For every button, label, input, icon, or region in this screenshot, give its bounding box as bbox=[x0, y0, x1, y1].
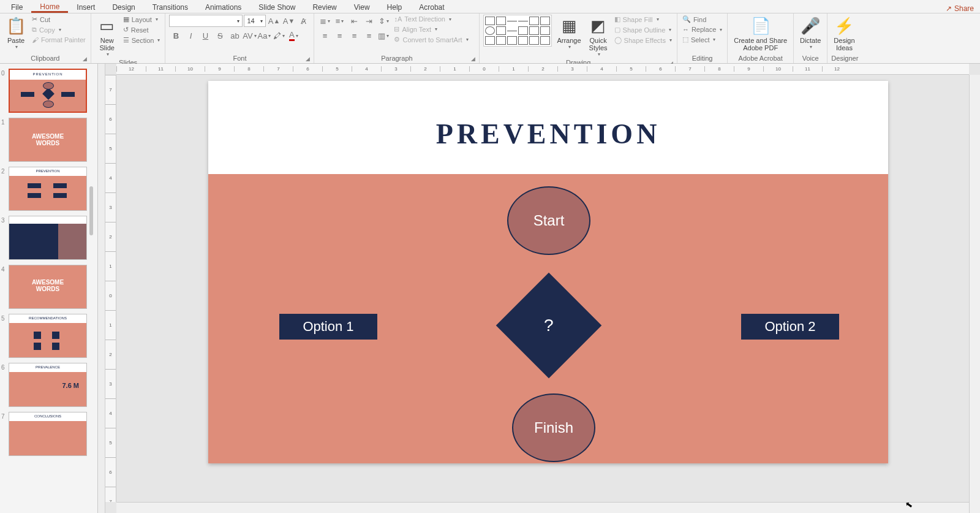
group-designer: ⚡Design Ideas Designer bbox=[827, 13, 862, 63]
tab-help[interactable]: Help bbox=[379, 2, 411, 13]
new-slide-button[interactable]: ▭ New Slide bbox=[95, 15, 119, 58]
dictate-button[interactable]: 🎤Dictate bbox=[797, 15, 823, 51]
clipboard-launcher[interactable]: ◢ bbox=[83, 56, 87, 62]
design-ideas-button[interactable]: ⚡Design Ideas bbox=[831, 15, 857, 53]
select-icon: ⬚ bbox=[682, 36, 688, 44]
smartart-icon: ⚙ bbox=[394, 36, 400, 44]
align-center-button[interactable]: ≡ bbox=[333, 29, 346, 42]
highlight-button[interactable]: 🖍 bbox=[272, 29, 285, 42]
slide-canvas[interactable]: PREVENTION Start Finish Option 1 Option … bbox=[208, 81, 888, 463]
tab-insert[interactable]: Insert bbox=[68, 2, 104, 13]
reset-button[interactable]: ↺Reset bbox=[122, 25, 162, 34]
columns-button[interactable]: ▥ bbox=[377, 29, 390, 42]
bullets-button[interactable]: ≣ bbox=[318, 15, 331, 27]
tab-home[interactable]: Home bbox=[31, 1, 68, 13]
align-right-button[interactable]: ≡ bbox=[347, 29, 361, 42]
line-spacing-button[interactable]: ⇕ bbox=[377, 15, 390, 27]
share-button[interactable]: ↗Share bbox=[946, 4, 974, 13]
font-launcher[interactable]: ◢ bbox=[306, 56, 310, 62]
arrange-button[interactable]: ▦Arrange bbox=[554, 15, 583, 51]
shape-effects-button[interactable]: ◯Shape Effects bbox=[613, 36, 673, 45]
slide-thumb-5[interactable]: RECOMMENDATIONS bbox=[9, 314, 87, 358]
paragraph-launcher[interactable]: ◢ bbox=[471, 56, 475, 62]
tab-design[interactable]: Design bbox=[104, 2, 143, 13]
reset-icon: ↺ bbox=[123, 26, 129, 34]
copy-button[interactable]: ⧉Copy bbox=[31, 25, 87, 34]
bold-button[interactable]: B bbox=[169, 29, 183, 42]
slide-title[interactable]: PREVENTION bbox=[208, 118, 888, 150]
char-spacing-button[interactable]: AV bbox=[243, 29, 256, 42]
tab-slideshow[interactable]: Slide Show bbox=[250, 2, 304, 13]
shape-outline-button[interactable]: ▢Shape Outline bbox=[613, 25, 673, 34]
numbering-button[interactable]: ≡ bbox=[333, 15, 346, 27]
slide-thumb-6[interactable]: PREVALENCE 7.6 M bbox=[9, 363, 87, 407]
decrease-indent-button[interactable]: ⇤ bbox=[347, 15, 361, 27]
group-label-designer: Designer bbox=[831, 54, 858, 63]
shape-option1-rect[interactable]: Option 1 bbox=[279, 314, 377, 340]
change-case-button[interactable]: Aa bbox=[257, 29, 271, 42]
ribbon: 📋 Paste ✂Cut ⧉Copy 🖌Format Painter Clipb… bbox=[0, 13, 980, 64]
shapes-gallery[interactable] bbox=[483, 15, 552, 47]
tab-transitions[interactable]: Transitions bbox=[144, 2, 197, 13]
slide-thumb-2[interactable]: PREVENTION bbox=[9, 167, 87, 211]
slide-panel[interactable]: 0 PREVENTION 1 AWESOME WORDS 2 PREVENTIO… bbox=[0, 64, 98, 513]
quick-styles-button[interactable]: ◩Quick Styles bbox=[586, 15, 611, 58]
slide-panel-scrollbar[interactable] bbox=[89, 186, 93, 235]
slide-thumb-1[interactable]: AWESOME WORDS bbox=[9, 118, 87, 162]
strike-button[interactable]: S bbox=[213, 29, 227, 42]
tab-animations[interactable]: Animations bbox=[197, 2, 250, 13]
tab-review[interactable]: Review bbox=[304, 2, 345, 13]
group-label-clipboard: Clipboard bbox=[31, 55, 59, 62]
thumb-number: 4 bbox=[1, 265, 9, 273]
format-painter-button[interactable]: 🖌Format Painter bbox=[31, 36, 87, 44]
shape-option2-rect[interactable]: Option 2 bbox=[741, 314, 839, 340]
paste-icon: 📋 bbox=[6, 16, 26, 36]
tab-acrobat[interactable]: Acrobat bbox=[410, 2, 453, 13]
find-button[interactable]: 🔍Find bbox=[681, 15, 723, 24]
slide-thumb-0[interactable]: PREVENTION bbox=[9, 69, 87, 113]
create-share-pdf-button[interactable]: 📄Create and Share Adobe PDF bbox=[731, 15, 790, 53]
shape-fill-button[interactable]: ◧Shape Fill bbox=[613, 15, 673, 24]
shape-start-oval[interactable]: Start bbox=[507, 186, 590, 255]
tab-file[interactable]: File bbox=[2, 2, 31, 13]
font-name-combo[interactable]: ▾ bbox=[169, 15, 243, 27]
thumb-number: 0 bbox=[1, 69, 9, 77]
group-acrobat: 📄Create and Share Adobe PDF Adobe Acroba… bbox=[728, 13, 794, 63]
shadow-button[interactable]: ab bbox=[228, 29, 241, 42]
horizontal-scrollbar[interactable] bbox=[116, 502, 969, 513]
tab-view[interactable]: View bbox=[345, 2, 379, 13]
group-clipboard: 📋 Paste ✂Cut ⧉Copy 🖌Format Painter Clipb… bbox=[0, 13, 91, 63]
select-button[interactable]: ⬚Select bbox=[681, 35, 723, 44]
replace-button[interactable]: ↔Replace bbox=[681, 25, 723, 34]
section-button[interactable]: ☰Section bbox=[122, 36, 162, 45]
align-text-button[interactable]: ⊟Align Text bbox=[393, 25, 469, 34]
shape-finish-oval[interactable]: Finish bbox=[512, 393, 595, 462]
panel-splitter[interactable] bbox=[98, 64, 105, 513]
convert-smartart-button[interactable]: ⚙Convert to SmartArt bbox=[393, 35, 469, 44]
slide-editor[interactable]: 1211109876543210123456789101112 76543210… bbox=[98, 64, 980, 513]
thumb-number: 6 bbox=[1, 363, 9, 371]
underline-button[interactable]: U bbox=[198, 29, 212, 42]
slide-thumb-7[interactable]: CONCLUSIONS bbox=[9, 412, 87, 456]
thumb-number: 5 bbox=[1, 314, 9, 322]
vertical-scrollbar[interactable] bbox=[969, 75, 980, 513]
font-color-button[interactable]: A bbox=[287, 29, 300, 42]
cut-button[interactable]: ✂Cut bbox=[31, 15, 87, 24]
align-left-button[interactable]: ≡ bbox=[318, 29, 331, 42]
text-direction-icon: ↕A bbox=[394, 15, 402, 23]
slide-thumb-4[interactable]: AWESOME WORDS bbox=[9, 265, 87, 309]
vertical-ruler: 765432101234567 bbox=[105, 75, 116, 502]
decrease-font-button[interactable]: A▼ bbox=[282, 15, 295, 27]
thumb-number: 3 bbox=[1, 216, 9, 224]
increase-indent-button[interactable]: ⇥ bbox=[362, 15, 375, 27]
increase-font-button[interactable]: A▲ bbox=[267, 15, 281, 27]
paste-button[interactable]: 📋 Paste bbox=[4, 15, 28, 51]
slide-thumb-3[interactable] bbox=[9, 216, 87, 260]
text-direction-button[interactable]: ↕AText Direction bbox=[393, 15, 469, 23]
effects-icon: ◯ bbox=[614, 36, 622, 44]
justify-button[interactable]: ≡ bbox=[362, 29, 375, 42]
italic-button[interactable]: I bbox=[184, 29, 197, 42]
clear-formatting-button[interactable]: A̷ bbox=[296, 15, 310, 27]
font-size-combo[interactable]: 14▾ bbox=[244, 15, 266, 27]
layout-button[interactable]: ▦Layout bbox=[122, 15, 162, 24]
